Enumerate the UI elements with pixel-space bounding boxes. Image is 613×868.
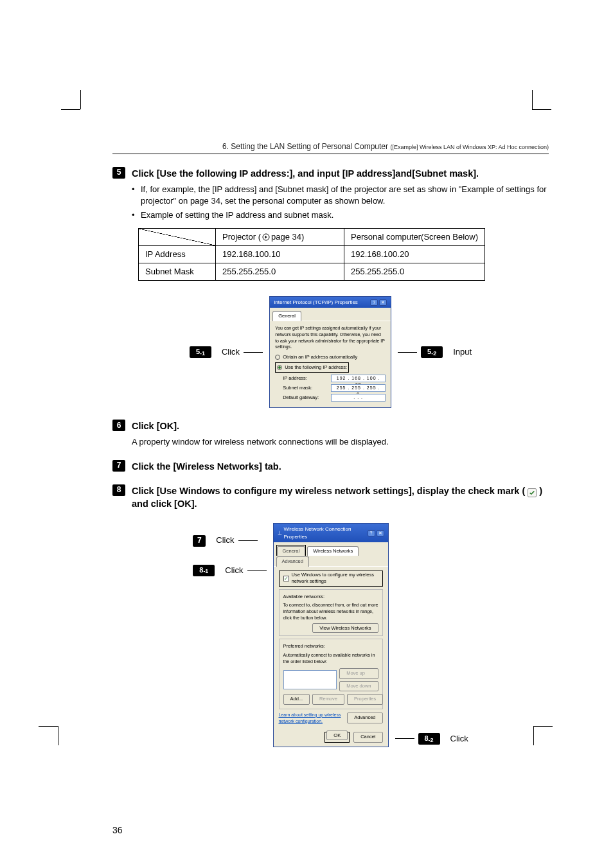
step-7-badge: 7 (112, 460, 125, 472)
step-5: 5 Click [Use the following IP address:],… (112, 167, 549, 180)
wireless-titlebar: ⊥Wireless Network Connection Properties … (274, 524, 388, 542)
page-header: 6. Setting the LAN Setting of Personal C… (112, 141, 549, 154)
ok-button[interactable]: OK (326, 731, 348, 740)
radio-auto-ip[interactable]: Obtain an IP address automatically (275, 354, 386, 361)
ip-settings-table: Projector ( page 34) Personal computer(S… (138, 228, 485, 281)
table-col-projector: Projector ( page 34) (216, 228, 344, 245)
wireless-dialog: ⊥Wireless Network Connection Properties … (273, 523, 389, 747)
tcpip-titlebar: Internet Protocol (TCP/IP) Properties ?✕ (270, 297, 391, 308)
close-icon[interactable]: ✕ (379, 299, 387, 306)
step-6-title: Click [OK]. (132, 420, 179, 432)
tcpip-desc: You can get IP settings assigned automat… (275, 325, 386, 350)
tab-general[interactable]: General (272, 311, 301, 321)
step-7: 7 Click the [Wireless Networks] tab. (112, 460, 549, 473)
group-preferred: Preferred networks: Automatically connec… (279, 639, 383, 709)
page-number: 36 (112, 824, 549, 837)
view-wireless-button[interactable]: View Wireless Networks (312, 623, 378, 633)
close-icon[interactable]: ✕ (377, 530, 384, 536)
group-available: Available networks: To connect to, disco… (279, 589, 383, 636)
step-7-title: Click the [Wireless Networks] tab. (132, 460, 281, 473)
callout-7: 7 Click (193, 535, 266, 546)
help-icon[interactable]: ? (370, 299, 378, 306)
field-ip: IP address:192 . 168 . 100 . 20 (283, 375, 386, 382)
step-8: 8 Click [Use Windows to configure my wir… (112, 484, 549, 511)
input-gateway[interactable]: . . . (331, 394, 386, 402)
tab-advanced[interactable]: Advanced (276, 556, 309, 567)
chapter-sub: ([Example] Wireless LAN of Windows XP: A… (390, 144, 549, 150)
learn-link[interactable]: Learn about setting up wireless network … (279, 712, 348, 725)
checkbox-use-windows[interactable]: ✓Use Windows to configure my wireless ne… (281, 571, 381, 586)
step-5-bullet-1: If, for example, the [IP address] and [S… (141, 184, 549, 207)
step-8-title: Click [Use Windows to configure my wirel… (132, 484, 549, 511)
callout-8-2: 8-2 Click (395, 733, 468, 745)
step-6-badge: 6 (112, 420, 125, 431)
input-mask[interactable]: 255 . 255 . 255 . 0 (331, 384, 386, 392)
callout-5-1: 5-1 Click (190, 346, 263, 358)
move-down-button[interactable]: Move down (339, 681, 378, 692)
field-gateway: Default gateway: . . . (283, 394, 386, 402)
page-ref-icon (262, 233, 270, 241)
table-row-ip-label: IP Address (139, 245, 216, 263)
remove-button[interactable]: Remove (312, 694, 344, 705)
table-corner (139, 228, 216, 245)
advanced-button[interactable]: Advanced (347, 713, 382, 723)
callout-5-2: 5-2 Input (398, 346, 472, 358)
help-icon[interactable]: ? (368, 530, 375, 536)
tcpip-dialog: Internet Protocol (TCP/IP) Properties ?✕… (269, 296, 391, 408)
callout-8-1: 8-1 Click (193, 565, 266, 576)
input-ip[interactable]: 192 . 168 . 100 . 20 (331, 375, 386, 382)
figure-tcpip: 5-1 Click Internet Protocol (TCP/IP) Pro… (112, 296, 549, 408)
table-row-mask-proj: 255.255.255.0 (216, 263, 344, 281)
chapter-title: 6. Setting the LAN Setting of Personal C… (222, 142, 388, 151)
checkmark-icon (528, 488, 537, 497)
step-6-body: A property window for wireless network c… (132, 436, 549, 448)
field-mask: Subnet mask:255 . 255 . 255 . 0 (283, 384, 386, 392)
step-5-badge: 5 (112, 167, 125, 179)
properties-button[interactable]: Properties (347, 694, 383, 705)
move-up-button[interactable]: Move up (339, 668, 378, 679)
figure-wireless: 7 Click 8-1 Click ⊥Wireless Network Conn… (112, 523, 549, 747)
table-col-pc: Personal computer(Screen Below) (344, 228, 485, 245)
add-button[interactable]: Add... (283, 694, 310, 705)
tab-wireless-networks[interactable]: Wireless Networks (307, 546, 359, 556)
preferred-list[interactable] (283, 670, 337, 689)
radio-static-ip[interactable]: Use the following IP address: (277, 364, 347, 371)
wireless-icon: ⊥ (278, 529, 282, 536)
table-row-mask-pc: 255.255.255.0 (344, 263, 485, 281)
tab-general[interactable]: General (277, 546, 306, 556)
table-row-mask-label: Subnet Mask (139, 263, 216, 281)
step-5-body: •If, for example, the [IP address] and [… (132, 184, 549, 222)
cancel-button[interactable]: Cancel (353, 732, 382, 743)
step-8-badge: 8 (112, 484, 125, 496)
step-5-bullet-2: Example of setting the IP address and su… (141, 209, 333, 221)
table-row-ip-pc: 192.168.100.20 (344, 245, 485, 263)
step-6: 6 Click [OK]. (112, 420, 549, 432)
table-row-ip-proj: 192.168.100.10 (216, 245, 344, 263)
step-5-title: Click [Use the following IP address:], a… (132, 167, 479, 180)
